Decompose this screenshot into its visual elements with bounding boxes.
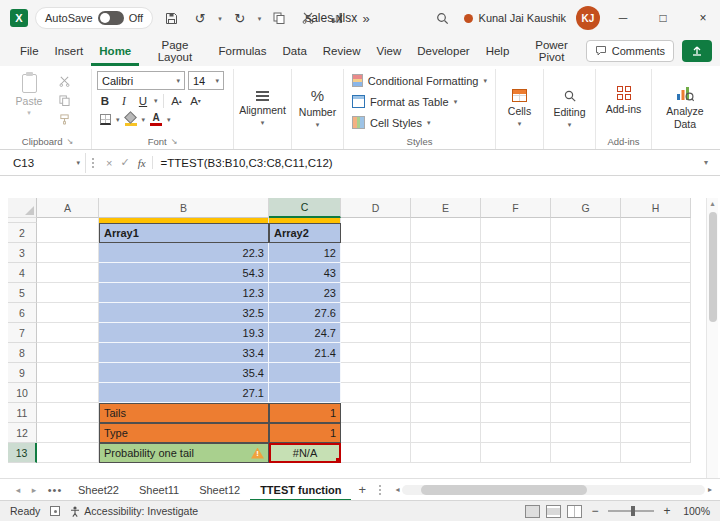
cell-h9[interactable] (621, 363, 691, 383)
number-button[interactable]: % Number ▾ (297, 69, 338, 149)
ribbon-tab-developer[interactable]: Developer (409, 36, 477, 66)
row-header-4[interactable]: 4 (8, 263, 37, 283)
cell-b5[interactable]: 12.3 (99, 283, 269, 303)
cell-h5[interactable] (621, 283, 691, 303)
cell-h8[interactable] (621, 343, 691, 363)
row-header-7[interactable]: 7 (8, 323, 37, 343)
cell-c3[interactable]: 12 (269, 243, 341, 263)
cell-f4[interactable] (481, 263, 551, 283)
insert-function-button[interactable]: fx (138, 157, 146, 169)
font-name-select[interactable]: Calibri▾ (97, 71, 185, 90)
cell-styles-button[interactable]: Cell Styles ▾ (349, 113, 490, 132)
cell-g12[interactable] (551, 423, 621, 443)
cell-d13[interactable] (341, 443, 411, 463)
comments-button[interactable]: Comments (586, 40, 674, 62)
cell-g3[interactable] (551, 243, 621, 263)
cell-d9[interactable] (341, 363, 411, 383)
sheet-nav-right-arrow[interactable]: ▸ (26, 485, 42, 495)
column-header-h[interactable]: H (621, 198, 691, 218)
cell-d7[interactable] (341, 323, 411, 343)
zoom-in-button[interactable]: + (660, 504, 674, 518)
user-account-button[interactable]: Kunal Jai Kaushik (460, 5, 570, 31)
cell-g11[interactable] (551, 403, 621, 423)
document-title[interactable]: sales.xlsx (305, 0, 357, 36)
excel-logo-icon[interactable]: X (10, 9, 28, 27)
search-button[interactable] (432, 6, 454, 30)
cell-a4[interactable] (37, 263, 99, 283)
paste-button[interactable]: Paste ▾ (9, 71, 49, 134)
autosave-toggle[interactable]: AutoSave Off (35, 7, 153, 29)
cell-h7[interactable] (621, 323, 691, 343)
cell-f2[interactable] (481, 223, 551, 243)
cell-f6[interactable] (481, 303, 551, 323)
name-box-caret[interactable]: ▾ (76, 159, 80, 166)
new-sheet-button[interactable]: + (351, 482, 373, 497)
cell-c8[interactable]: 21.4 (269, 343, 341, 363)
cell-g4[interactable] (551, 263, 621, 283)
cell-a5[interactable] (37, 283, 99, 303)
borders-caret[interactable]: ▾ (116, 116, 120, 123)
ribbon-tab-view[interactable]: View (369, 36, 410, 66)
cell-f8[interactable] (481, 343, 551, 363)
cell-f3[interactable] (481, 243, 551, 263)
formula-bar-handle[interactable] (86, 158, 100, 168)
cell-h4[interactable] (621, 263, 691, 283)
save-button[interactable] (160, 6, 182, 30)
cell-d11[interactable] (341, 403, 411, 423)
ribbon-tab-formulas[interactable]: Formulas (211, 36, 275, 66)
column-header-e[interactable]: E (411, 198, 481, 218)
column-header-a[interactable]: A (37, 198, 99, 218)
sheet-nav-left-arrow[interactable]: ◂ (10, 485, 26, 495)
font-dialog-launcher[interactable]: ↘ (171, 137, 178, 146)
cell-f9[interactable] (481, 363, 551, 383)
select-all-button[interactable] (8, 198, 37, 218)
fill-color-caret[interactable]: ▾ (142, 116, 146, 123)
more-commands-button[interactable]: » (355, 6, 377, 30)
cell-b13[interactable]: Probability one tail! (99, 443, 269, 463)
redo-button[interactable]: ↻ (229, 6, 251, 30)
zoom-slider[interactable] (608, 510, 654, 512)
fill-color-button[interactable] (123, 111, 139, 128)
ribbon-tab-help[interactable]: Help (478, 36, 518, 66)
ribbon-tab-page-layout[interactable]: Page Layout (139, 36, 210, 66)
ribbon-tab-power-pivot[interactable]: Power Pivot (517, 36, 586, 66)
row-header-6[interactable]: 6 (8, 303, 37, 323)
cell-c11[interactable]: 1 (269, 403, 341, 423)
cell-h2[interactable] (621, 223, 691, 243)
status-mode[interactable]: Ready (10, 505, 40, 517)
normal-view-button[interactable] (525, 505, 540, 518)
enter-formula-button[interactable]: ✓ (120, 156, 129, 169)
column-header-d[interactable]: D (341, 198, 411, 218)
row-header-2[interactable]: 2 (8, 223, 37, 243)
cell-a2[interactable] (37, 223, 99, 243)
cell-h13[interactable] (621, 443, 691, 463)
ribbon-tab-file[interactable]: File (12, 36, 47, 66)
decrease-font-button[interactable]: A▾ (188, 92, 204, 109)
vertical-scroll-thumb[interactable] (709, 212, 717, 322)
more-sheets-button[interactable]: ••• (42, 484, 68, 496)
cell-e2[interactable] (411, 223, 481, 243)
sheet-tab-sheet12[interactable]: Sheet12 (189, 479, 250, 501)
copy-button[interactable] (268, 6, 290, 30)
cell-f12[interactable] (481, 423, 551, 443)
macro-record-button[interactable] (50, 506, 60, 516)
cell-c5[interactable]: 23 (269, 283, 341, 303)
analyze-data-button[interactable]: Analyze Data (657, 69, 713, 149)
cell-f7[interactable] (481, 323, 551, 343)
cell-g9[interactable] (551, 363, 621, 383)
cell-h6[interactable] (621, 303, 691, 323)
horizontal-scroll-track[interactable] (402, 485, 705, 495)
sheet-tab-sheet11[interactable]: Sheet11 (129, 479, 189, 501)
borders-button[interactable] (97, 111, 113, 128)
cell-b6[interactable]: 32.5 (99, 303, 269, 323)
formula-input[interactable]: =TTEST(B3:B10,C3:C8,C11,C12) (153, 157, 700, 169)
page-layout-view-button[interactable] (546, 505, 561, 518)
ribbon-tab-insert[interactable]: Insert (47, 36, 92, 66)
row-header-8[interactable]: 8 (8, 343, 37, 363)
cell-g2[interactable] (551, 223, 621, 243)
horizontal-scrollbar[interactable]: ◂ ▸ (395, 485, 712, 495)
row-header-9[interactable]: 9 (8, 363, 37, 383)
alignment-button[interactable]: Alignment ▾ (239, 69, 286, 149)
cell-e8[interactable] (411, 343, 481, 363)
cell-e7[interactable] (411, 323, 481, 343)
